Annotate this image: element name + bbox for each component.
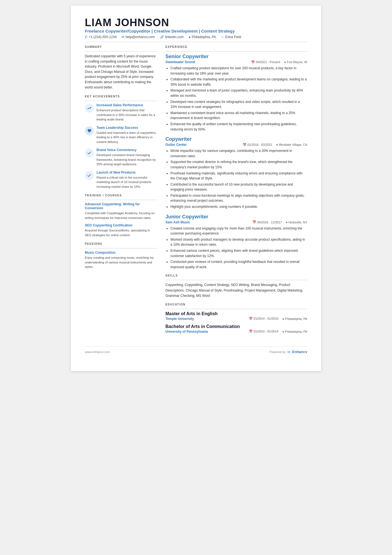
job-meta: Guitar Center 📅 01/2018 - 03/2021 ● West… xyxy=(165,143,307,147)
location-pin-icon: ● xyxy=(284,60,286,64)
achievement-desc: Developed consistent brand messaging fra… xyxy=(96,153,157,167)
job-dates: 📅 06/2016 - 12/2017 xyxy=(252,220,282,224)
achievement-item: Launch of New Products Played a critical… xyxy=(85,171,157,189)
bullet-item: Wrote impactful copy for various campaig… xyxy=(170,148,307,159)
bullet-item: Participated in cross-functional meeting… xyxy=(170,193,307,203)
job-meta: Sam Ash Music 📅 06/2016 - 12/2017 ● Hick… xyxy=(165,220,307,224)
course-desc: Completed with Copyblogger Academy, focu… xyxy=(85,211,157,220)
calendar-icon: 📅 xyxy=(251,60,255,64)
job-dates-location: 📅 06/2016 - 12/2017 ● Hicksville, NY xyxy=(252,220,307,224)
brand-name: Enhancv xyxy=(292,350,307,354)
header: LIAM JOHNSON Freelance Copywriter/Copyed… xyxy=(85,17,307,39)
location-pin-icon: ● xyxy=(276,143,278,146)
job-title: Junior Copywriter xyxy=(165,214,307,220)
bullet-item: Collaborated with the marketing and prod… xyxy=(170,77,307,87)
bullet-item: Enhanced the quality of written content … xyxy=(170,122,307,132)
bullet-item: Maintained a consistent brand voice acro… xyxy=(170,110,307,121)
achievement-icon-wrap xyxy=(85,104,94,113)
calendar-icon: 📅 xyxy=(243,143,247,147)
job-entry: Junior Copywriter Sam Ash Music 📅 06/201… xyxy=(165,214,307,270)
achievement-desc: Enhanced product descriptions that contr… xyxy=(96,108,157,122)
edu-location: ● Philadelphia, PA xyxy=(282,317,307,320)
edu-meta: Temple University 📅 01/2014 - 01/2016 ● … xyxy=(165,317,307,321)
education-section-title: EDUCATION xyxy=(165,303,307,306)
job-company: Guitar Center xyxy=(165,143,187,147)
achievement-title: Increased Sales Performance xyxy=(96,103,157,107)
edu-dates: 📅 01/2010 - 01/2014 xyxy=(249,330,278,333)
link-icon: 🔗 xyxy=(160,35,164,39)
job-dates-location: 📅 01/2018 - 03/2021 ● Westlake Village, … xyxy=(243,143,307,147)
skills-section: SKILLS Copywriting, Copyediting, Content… xyxy=(165,274,307,299)
course-desc: Acquired through SuccessWorks, specializ… xyxy=(85,228,157,237)
achievement-item: Team Leadership Success Guided and impro… xyxy=(85,126,157,144)
achievement-desc: Guided and improved a team of copywriter… xyxy=(96,130,157,144)
education-divider xyxy=(165,309,307,309)
summary-text: Dedicated copywriter with 5 years of exp… xyxy=(85,54,157,90)
summary-divider xyxy=(85,51,157,51)
check-icon xyxy=(87,151,91,155)
bullet-item: Highlight your accomplishments, using nu… xyxy=(170,204,307,209)
resume-page: LIAM JOHNSON Freelance Copywriter/Copyed… xyxy=(71,6,321,371)
job-dates: 📅 01/2018 - 03/2021 xyxy=(243,143,272,147)
candidate-name: LIAM JOHNSON xyxy=(85,17,307,29)
achievement-desc: Played a critical role in the successful… xyxy=(96,175,157,189)
achievement-content: Increased Sales Performance Enhanced pro… xyxy=(96,103,157,122)
star-icon: ☆ xyxy=(221,35,224,39)
degree-entry: Bachelor of Arts in Communication Univer… xyxy=(165,324,307,334)
footer-brand: Powered by ∞ Enhancv xyxy=(269,349,307,354)
bullet-item: Crafted compelling product descriptions … xyxy=(170,66,307,76)
skills-text: Copywriting, Copyediting, Content Strate… xyxy=(165,282,307,299)
brand-logo-icon: ∞ xyxy=(287,349,290,354)
email-icon: ✉ xyxy=(121,35,124,39)
powered-by-label: Powered by xyxy=(269,350,286,354)
job-company: Sam Ash Music xyxy=(165,220,190,224)
check-icon xyxy=(87,173,91,178)
bullet-item: Developed new content strategies for inf… xyxy=(170,99,307,110)
location-pin-icon: ● xyxy=(282,317,284,320)
achievement-icon-wrap xyxy=(85,171,94,180)
education-section: EDUCATION Master of Arts in English Temp… xyxy=(165,303,307,334)
calendar-icon: 📅 xyxy=(249,317,253,320)
bullet-item: Enhanced various content pieces, alignin… xyxy=(170,248,307,258)
contact-linkedin: 🔗 linkedin.com xyxy=(160,35,184,39)
bullet-item: Managed and mentored a team of junior co… xyxy=(170,88,307,98)
achievement-content: Team Leadership Success Guided and impro… xyxy=(96,126,157,144)
bullet-item: Worked closely with product managers to … xyxy=(170,237,307,247)
job-bullets: Wrote impactful copy for various campaig… xyxy=(165,148,307,209)
contact-bar: ✆ +1-(234)-555-1234 ✉ help@enhancv.com 🔗… xyxy=(85,35,307,39)
edu-meta: University of Pennsylvania 📅 01/2010 - 0… xyxy=(165,330,307,334)
achievement-title: Launch of New Products xyxy=(96,171,157,174)
skills-section-title: SKILLS xyxy=(165,274,307,277)
passions-section: PASSIONS Music Composition Enjoy creatin… xyxy=(85,242,157,269)
location-icon: ● xyxy=(188,35,190,39)
passions-section-title: PASSIONS xyxy=(85,242,157,245)
passion-title: Music Composition xyxy=(85,251,157,255)
experience-divider xyxy=(165,51,307,51)
training-section: TRAINING / COURSES Advanced Copywriting:… xyxy=(85,194,157,237)
contact-email: ✉ help@enhancv.com xyxy=(121,35,155,39)
achievement-icon-wrap xyxy=(85,149,94,157)
experience-title: EXPERIENCE xyxy=(165,45,307,48)
achievements-section: KEY ACHIEVEMENTS Increased Sales Perform… xyxy=(85,95,157,189)
contact-extra: ☆ Extra Field xyxy=(221,35,241,39)
bullet-item: Conducted peer reviews of content, provi… xyxy=(170,259,307,270)
job-bullets: Created concise and engaging copy for mo… xyxy=(165,226,307,270)
job-entry: Senior Copywriter Sweetwater Sound 📅 04/… xyxy=(165,54,307,132)
edu-dates-loc: 📅 01/2010 - 01/2014 ● Philadelphia, PA xyxy=(249,330,307,333)
job-entry: Copywriter Guitar Center 📅 01/2018 - 03/… xyxy=(165,136,307,209)
achievement-item: Brand Voice Consistency Developed consis… xyxy=(85,148,157,167)
bullet-item: Created concise and engaging copy for mo… xyxy=(170,226,307,236)
calendar-icon: 📅 xyxy=(249,330,253,333)
job-meta: Sweetwater Sound 📅 04/2021 - Present ● F… xyxy=(165,60,307,64)
experience-section: EXPERIENCE Senior Copywriter Sweetwater … xyxy=(165,45,307,270)
job-title: Senior Copywriter xyxy=(165,54,307,60)
edu-dates-loc: 📅 01/2014 - 01/2016 ● Philadelphia, PA xyxy=(249,317,307,320)
location-pin-icon: ● xyxy=(286,221,288,224)
achievement-title: Team Leadership Success xyxy=(96,126,157,130)
left-column: SUMMARY Dedicated copywriter with 5 year… xyxy=(85,45,157,338)
degree-entry: Master of Arts in English Temple Univers… xyxy=(165,311,307,321)
right-column: EXPERIENCE Senior Copywriter Sweetwater … xyxy=(165,45,307,338)
bullet-item: Proofread marketing materials, significa… xyxy=(170,171,307,181)
footer-url: www.enhancv.com xyxy=(85,350,110,354)
main-layout: SUMMARY Dedicated copywriter with 5 year… xyxy=(85,45,307,338)
